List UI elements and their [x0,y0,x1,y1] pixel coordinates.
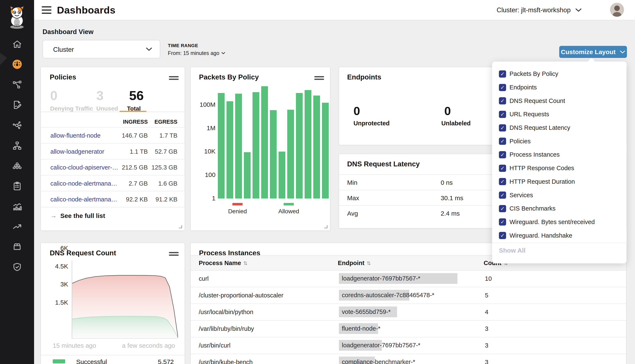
avatar-photo [610,3,624,17]
sidebar-item-dashboards-active[interactable] [0,58,34,70]
policy-name-link[interactable]: calico-cloud-apiserver-… [50,164,118,171]
checkbox-checked-icon[interactable]: ✓ [499,192,506,199]
stat-unused[interactable]: 3 Unused [96,88,118,112]
calico-cat-logo[interactable] [5,4,29,30]
process-name-cell: /var/lib/ruby/bin/ruby [199,325,254,332]
cluster-circles-icon [12,161,22,170]
endpoint-highlight: loadgenerator-7697bb7567-* [339,273,457,284]
customize-menu-item[interactable]: ✓Services [492,188,626,202]
sidebar-item-compliance-reports[interactable] [0,180,34,192]
sidebar-item-service-graph[interactable] [0,78,34,91]
allowed-label: Allowed [273,208,305,215]
checkbox-checked-icon[interactable]: ✓ [499,111,506,118]
checkbox-checked-icon[interactable]: ✓ [499,138,506,145]
count-cell: 3 [485,342,488,349]
checkbox-checked-icon[interactable]: ✓ [499,218,506,226]
drag-handle-icon[interactable] [169,252,179,256]
customize-menu-item[interactable]: ✓Endpoints [492,81,626,94]
policies-table-row: allow-fluentd-node146.7 GB1.7 TB [41,127,184,143]
checkbox-checked-icon[interactable]: ✓ [499,84,506,91]
stat-denying-traffic[interactable]: 0 Denying Traffic [50,88,93,112]
checkbox-checked-icon[interactable]: ✓ [499,205,506,212]
stat-total-active[interactable]: 56 Total [129,88,144,112]
sidebar-item-flow-visualizations[interactable] [0,200,34,213]
customize-layout-button[interactable]: Customize Layout [559,46,627,58]
endpoint-cell: loadgenerator-7697bb7567-* [339,273,457,284]
user-avatar[interactable] [610,3,624,17]
checkbox-checked-icon[interactable]: ✓ [499,232,506,239]
cluster-selector[interactable]: Cluster: jlt-msft-workshop [497,5,582,15]
policy-name-link[interactable]: calico-node-alertmana… [50,180,117,187]
sidebar-item-policy-editor[interactable] [0,98,34,111]
stat-label: Unprotected [353,120,390,127]
dns-count-area-svg [72,260,178,339]
customize-menu-item[interactable]: ✓HTTP Response Codes [492,162,626,175]
drag-handle-icon[interactable] [314,76,324,80]
sidebar-item-packages[interactable] [0,240,34,253]
sidebar-item-home[interactable] [0,38,34,50]
page-title: Dashboards [57,4,116,16]
hamburger-menu-icon[interactable] [42,6,52,15]
checkbox-checked-icon[interactable]: ✓ [499,178,506,185]
sidebar-item-network-topology[interactable] [0,139,34,152]
legend-denied[interactable]: Denied [222,203,253,215]
see-full-list-link[interactable]: See the full list [60,212,105,220]
checkbox-checked-icon[interactable]: ✓ [499,151,506,158]
customize-menu-item[interactable]: ✓Wireguard. Handshake [492,229,626,242]
endpoint-column-header[interactable]: Endpoint⇅ [338,260,371,266]
drag-handle-icon[interactable] [169,76,179,80]
customize-menu-item[interactable]: ✓DNS Request Count [492,94,626,108]
customize-menu-item[interactable]: ✓Wireguard. Bytes sent/received [492,216,626,229]
sidebar-item-honeypods[interactable] [0,160,34,172]
process-table-row: /var/lib/ruby/bin/rubyfluentd-node-*3 [191,321,626,337]
customize-menu-item[interactable]: ✓CIS Benchmarks [492,202,626,216]
y-axis-tick-label: 4.5K [41,263,68,270]
policy-name-link[interactable]: allow-fluentd-node [50,132,101,139]
sort-icon[interactable]: ⇅ [243,260,248,266]
policy-name-link[interactable]: calico-node-alertmana… [50,196,117,203]
resize-handle-icon[interactable] [179,225,182,228]
legend-allowed[interactable]: Allowed [273,203,305,215]
process-name-column-header[interactable]: Process Name⇅ [199,260,248,266]
customize-menu-item[interactable]: ✓Process Instances [492,148,626,162]
checkbox-checked-icon[interactable]: ✓ [499,124,506,132]
process-table-body: curlloadgenerator-7697bb7567-* 10/cluste… [191,270,626,364]
stat-unprotected: 0 Unprotected [353,104,390,127]
policy-name-link[interactable]: allow-loadgenerator [50,148,104,155]
view-select[interactable]: Cluster [43,40,160,58]
policies-table-row: calico-node-alertmana…92.2 KB91.2 KB [41,191,184,207]
active-tab-underline [120,111,146,112]
endpoint-rest: 7697bb7567-* [382,340,420,351]
policy-egress-value: 91.2 KB [146,196,177,203]
latency-label: Avg [347,210,358,217]
policies-table-row: calico-node-alertmana…2.7 GB1.6 GB [41,175,184,191]
cluster-selector-label: Cluster: jlt-msft-workshop [497,6,571,14]
show-all-link[interactable]: Show All [499,247,526,254]
sort-icon[interactable]: ⇅ [367,260,371,266]
allowed-bar [218,93,225,198]
sidebar-item-timeline[interactable] [0,220,34,233]
dns-count-legend-row[interactable]: Successful 5,572 [41,355,184,364]
latency-value: 0 ns [441,179,453,186]
customize-menu-item[interactable]: ✓Policies [492,134,626,148]
latency-value: 30.1 ms [441,194,463,202]
packets-bar-plot [218,82,329,198]
time-range-value[interactable]: From: 15 minutes ago [168,50,225,56]
stat-label: Denying Traffic [50,105,93,112]
policies-table-row: calico-cloud-apiserver-…212.5 GB125.3 GB [41,159,184,175]
resize-handle-icon[interactable] [324,225,327,228]
chevron-down-icon [620,50,625,54]
customize-menu-item[interactable]: ✓DNS Request Latency [492,121,626,135]
sidebar-item-threat-defense[interactable] [0,261,34,273]
sidebar-item-endpoints[interactable] [0,119,34,132]
endpoint-cell: coredns-autoscaler-7c88465478-* [339,290,434,300]
customize-menu-item[interactable]: ✓HTTP Request Duration [492,175,626,188]
molecule-icon [12,120,22,130]
checkbox-checked-icon[interactable]: ✓ [499,165,506,172]
checkbox-checked-icon[interactable]: ✓ [499,97,506,104]
customize-menu-item[interactable]: ✓Packets By Policy [492,67,626,81]
stat-label: Unlabeled [441,120,471,127]
customize-menu-item[interactable]: ✓URL Requests [492,108,626,121]
Successful-area [72,316,178,339]
checkbox-checked-icon[interactable]: ✓ [499,70,506,78]
